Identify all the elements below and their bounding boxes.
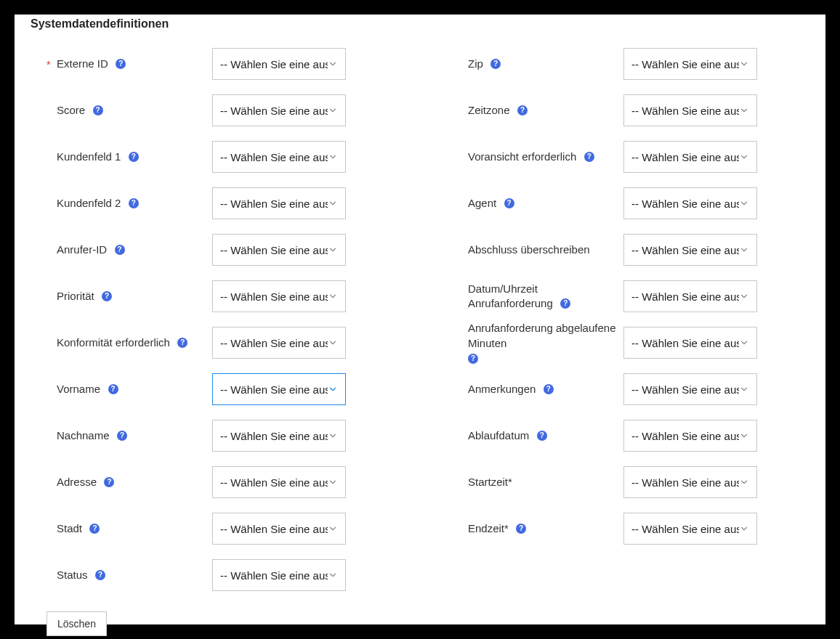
help-icon-prioritaet[interactable]: ?: [102, 291, 112, 301]
select-score[interactable]: -- Wählen Sie eine aus --: [212, 94, 346, 126]
chevron-down-icon: [328, 198, 338, 208]
field-label-wrap-adresse: Adresse ?: [31, 475, 212, 489]
help-icon-vorname[interactable]: ?: [108, 384, 118, 394]
help-icon-kundenfeld-2[interactable]: ?: [129, 198, 139, 208]
help-icon-nachname[interactable]: ?: [117, 431, 127, 441]
form-grid: *Externe ID ?-- Wählen Sie eine aus --Sc…: [31, 41, 809, 598]
field-label-wrap-stadt: Stadt ?: [31, 521, 212, 536]
help-icon-voransicht[interactable]: ?: [584, 152, 594, 162]
field-row-nachname: Nachname ?-- Wählen Sie eine aus --: [31, 412, 398, 459]
field-label-wrap-anrufanforderung-min: Anrufanforderung abgelaufene Minuten?: [442, 321, 623, 364]
select-value-ablaufdatum: -- Wählen Sie eine aus --: [631, 430, 739, 442]
help-icon-status[interactable]: ?: [95, 570, 105, 580]
select-value-zip: -- Wählen Sie eine aus --: [631, 58, 739, 70]
field-label-voransicht: Voransicht erforderlich: [468, 150, 576, 163]
help-icon-agent[interactable]: ?: [504, 198, 514, 208]
chevron-down-icon: [328, 384, 338, 394]
select-agent[interactable]: -- Wählen Sie eine aus --: [623, 187, 757, 219]
select-ablaufdatum[interactable]: -- Wählen Sie eine aus --: [623, 420, 757, 452]
help-icon-datum-uhrzeit[interactable]: ?: [560, 298, 570, 309]
form-column-right: Zip ?-- Wählen Sie eine aus --Zeitzone ?…: [442, 41, 809, 598]
help-icon-stadt[interactable]: ?: [89, 524, 100, 534]
form-footer: Löschen: [31, 611, 809, 636]
select-value-vorname: -- Wählen Sie eine aus --: [220, 383, 328, 396]
field-row-vorname: Vorname ?-- Wählen Sie eine aus --: [31, 366, 398, 412]
select-kundenfeld-2[interactable]: -- Wählen Sie eine aus --: [212, 187, 346, 219]
field-label-wrap-prioritaet: Priorität ?: [31, 289, 212, 304]
field-label-wrap-ablaufdatum: Ablaufdatum ?: [442, 428, 623, 443]
select-value-datum-uhrzeit: -- Wählen Sie eine aus --: [631, 290, 739, 303]
select-status[interactable]: -- Wählen Sie eine aus --: [212, 559, 346, 591]
help-icon-anrufer-id[interactable]: ?: [115, 245, 125, 255]
help-icon-anmerkungen[interactable]: ?: [544, 384, 554, 394]
select-voransicht[interactable]: -- Wählen Sie eine aus --: [623, 141, 757, 173]
help-icon-score[interactable]: ?: [93, 105, 103, 115]
select-value-kundenfeld-1: -- Wählen Sie eine aus --: [220, 151, 328, 163]
select-anrufer-id[interactable]: -- Wählen Sie eine aus --: [212, 234, 346, 266]
field-label-konformitaet: Konformität erforderlich: [57, 336, 170, 349]
required-marker: *: [47, 59, 50, 70]
select-stadt[interactable]: -- Wählen Sie eine aus --: [212, 513, 346, 545]
help-icon-zip[interactable]: ?: [490, 59, 501, 69]
field-row-zip: Zip ?-- Wählen Sie eine aus --: [442, 41, 809, 87]
help-icon-anrufanforderung-min[interactable]: ?: [468, 354, 478, 364]
field-row-agent: Agent ?-- Wählen Sie eine aus --: [442, 180, 809, 227]
select-anmerkungen[interactable]: -- Wählen Sie eine aus --: [623, 373, 757, 405]
select-value-endzeit: -- Wählen Sie eine aus --: [631, 523, 739, 535]
field-label-wrap-abschluss: Abschluss überschreiben: [442, 243, 623, 257]
chevron-down-icon: [739, 431, 749, 441]
field-row-anrufer-id: Anrufer-ID ?-- Wählen Sie eine aus --: [31, 227, 398, 273]
field-label-kundenfeld-1: Kundenfeld 1: [57, 150, 121, 163]
select-zip[interactable]: -- Wählen Sie eine aus --: [623, 48, 757, 80]
chevron-down-icon: [739, 477, 749, 487]
field-label-nachname: Nachname: [57, 429, 110, 441]
chevron-down-icon: [328, 59, 338, 69]
select-kundenfeld-1[interactable]: -- Wählen Sie eine aus --: [212, 141, 346, 173]
help-icon-zeitzone[interactable]: ?: [517, 105, 528, 115]
field-row-externe-id: *Externe ID ?-- Wählen Sie eine aus --: [31, 41, 398, 87]
chevron-down-icon: [739, 198, 749, 208]
select-value-anrufer-id: -- Wählen Sie eine aus --: [220, 244, 328, 256]
select-prioritaet[interactable]: -- Wählen Sie eine aus --: [212, 280, 346, 312]
select-zeitzone[interactable]: -- Wählen Sie eine aus --: [623, 94, 757, 126]
select-endzeit[interactable]: -- Wählen Sie eine aus --: [623, 513, 757, 545]
field-label-anrufer-id: Anrufer-ID: [57, 243, 107, 256]
field-row-kundenfeld-2: Kundenfeld 2 ?-- Wählen Sie eine aus --: [31, 180, 398, 227]
select-value-kundenfeld-2: -- Wählen Sie eine aus --: [220, 198, 328, 210]
select-value-nachname: -- Wählen Sie eine aus --: [220, 430, 328, 442]
help-icon-ablaufdatum[interactable]: ?: [537, 431, 547, 441]
chevron-down-icon: [739, 105, 749, 115]
help-icon-externe-id[interactable]: ?: [116, 59, 126, 69]
field-label-wrap-anmerkungen: Anmerkungen ?: [442, 382, 623, 396]
field-row-startzeit: Startzeit*-- Wählen Sie eine aus --: [442, 459, 809, 505]
field-label-wrap-konformitaet: Konformität erforderlich ?: [31, 335, 212, 350]
help-icon-kundenfeld-1[interactable]: ?: [129, 152, 139, 162]
field-row-stadt: Stadt ?-- Wählen Sie eine aus --: [31, 505, 398, 552]
select-adresse[interactable]: -- Wählen Sie eine aus --: [212, 466, 346, 498]
select-value-externe-id: -- Wählen Sie eine aus --: [220, 58, 328, 70]
select-startzeit[interactable]: -- Wählen Sie eine aus --: [623, 466, 757, 498]
select-nachname[interactable]: -- Wählen Sie eine aus --: [212, 420, 346, 452]
select-datum-uhrzeit[interactable]: -- Wählen Sie eine aus --: [623, 280, 757, 312]
field-label-vorname: Vorname: [57, 383, 100, 395]
field-label-kundenfeld-2: Kundenfeld 2: [57, 197, 121, 209]
field-label-wrap-datum-uhrzeit: Datum/Uhrzeit Anrufanforderung ?: [442, 282, 623, 312]
select-vorname[interactable]: -- Wählen Sie eine aus --: [212, 373, 346, 405]
help-icon-adresse[interactable]: ?: [104, 477, 114, 487]
field-row-konformitaet: Konformität erforderlich ?-- Wählen Sie …: [31, 320, 398, 366]
select-konformitaet[interactable]: -- Wählen Sie eine aus --: [212, 327, 346, 359]
field-label-agent: Agent: [468, 197, 496, 209]
field-label-status: Status: [57, 569, 88, 581]
delete-button[interactable]: Löschen: [47, 611, 107, 636]
field-label-wrap-kundenfeld-1: Kundenfeld 1 ?: [31, 150, 212, 164]
help-icon-endzeit[interactable]: ?: [516, 524, 526, 534]
select-externe-id[interactable]: -- Wählen Sie eine aus --: [212, 48, 346, 80]
help-icon-konformitaet[interactable]: ?: [177, 338, 187, 348]
field-label-externe-id: Externe ID: [57, 57, 108, 70]
select-value-agent: -- Wählen Sie eine aus --: [631, 198, 739, 210]
field-label-wrap-nachname: Nachname ?: [31, 428, 212, 443]
select-abschluss[interactable]: -- Wählen Sie eine aus --: [623, 234, 757, 266]
select-anrufanforderung-min[interactable]: -- Wählen Sie eine aus --: [623, 327, 757, 359]
field-label-wrap-endzeit: Endzeit* ?: [442, 521, 623, 536]
select-value-konformitaet: -- Wählen Sie eine aus --: [220, 337, 328, 349]
